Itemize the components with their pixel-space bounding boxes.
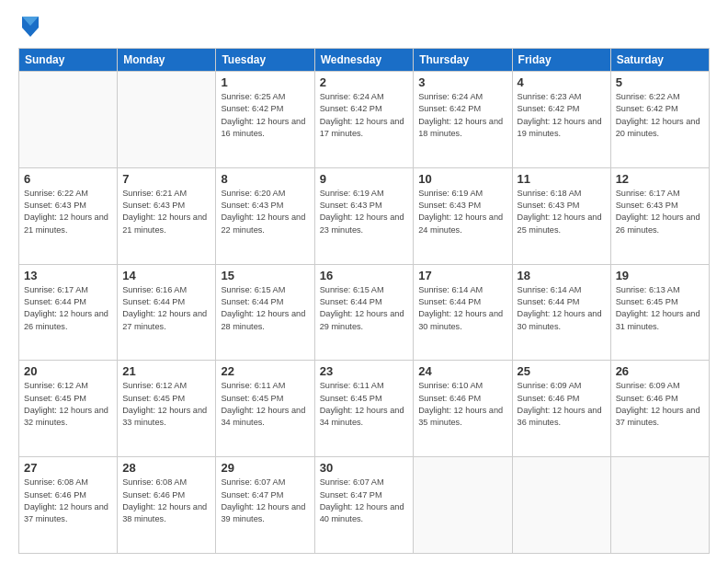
day-number: 4 xyxy=(518,75,606,89)
day-number: 13 xyxy=(24,269,112,282)
day-number: 19 xyxy=(616,269,704,282)
weekday-header-friday: Friday xyxy=(512,49,610,72)
calendar-week-2: 13Sunrise: 6:17 AM Sunset: 6:44 PM Dayli… xyxy=(19,264,710,361)
calendar-cell: 14Sunrise: 6:16 AM Sunset: 6:44 PM Dayli… xyxy=(118,264,216,361)
header xyxy=(18,17,710,39)
calendar-cell: 6Sunrise: 6:22 AM Sunset: 6:43 PM Daylig… xyxy=(19,167,118,264)
day-info: Sunrise: 6:19 AM Sunset: 6:43 PM Dayligh… xyxy=(320,188,409,236)
calendar-cell: 11Sunrise: 6:18 AM Sunset: 6:43 PM Dayli… xyxy=(512,167,610,264)
calendar-cell: 10Sunrise: 6:19 AM Sunset: 6:43 PM Dayli… xyxy=(414,167,512,264)
day-number: 23 xyxy=(320,364,409,378)
calendar-cell xyxy=(118,72,216,168)
calendar-cell: 23Sunrise: 6:11 AM Sunset: 6:45 PM Dayli… xyxy=(314,361,414,457)
day-number: 30 xyxy=(320,461,409,475)
day-info: Sunrise: 6:15 AM Sunset: 6:44 PM Dayligh… xyxy=(320,284,409,333)
calendar-cell: 25Sunrise: 6:09 AM Sunset: 6:46 PM Dayli… xyxy=(512,361,610,457)
day-number: 29 xyxy=(221,461,309,475)
calendar-cell: 28Sunrise: 6:08 AM Sunset: 6:46 PM Dayli… xyxy=(118,457,216,554)
day-info: Sunrise: 6:18 AM Sunset: 6:43 PM Dayligh… xyxy=(518,188,606,236)
calendar-cell: 12Sunrise: 6:17 AM Sunset: 6:43 PM Dayli… xyxy=(610,167,709,264)
day-number: 28 xyxy=(122,461,210,475)
day-info: Sunrise: 6:17 AM Sunset: 6:44 PM Dayligh… xyxy=(24,284,112,333)
calendar-cell: 27Sunrise: 6:08 AM Sunset: 6:46 PM Dayli… xyxy=(19,457,118,554)
calendar-cell: 7Sunrise: 6:21 AM Sunset: 6:43 PM Daylig… xyxy=(118,167,216,264)
calendar-header-row: SundayMondayTuesdayWednesdayThursdayFrid… xyxy=(19,49,710,72)
day-info: Sunrise: 6:07 AM Sunset: 6:47 PM Dayligh… xyxy=(320,477,409,525)
day-number: 8 xyxy=(221,172,309,186)
day-info: Sunrise: 6:08 AM Sunset: 6:46 PM Dayligh… xyxy=(24,477,112,525)
calendar-cell: 2Sunrise: 6:24 AM Sunset: 6:42 PM Daylig… xyxy=(314,72,414,168)
day-info: Sunrise: 6:09 AM Sunset: 6:46 PM Dayligh… xyxy=(518,380,606,429)
day-info: Sunrise: 6:11 AM Sunset: 6:45 PM Dayligh… xyxy=(221,380,309,429)
day-number: 22 xyxy=(221,364,309,378)
day-number: 24 xyxy=(418,364,506,378)
calendar-week-1: 6Sunrise: 6:22 AM Sunset: 6:43 PM Daylig… xyxy=(19,167,710,264)
calendar-cell: 16Sunrise: 6:15 AM Sunset: 6:44 PM Dayli… xyxy=(314,264,414,361)
calendar-cell xyxy=(610,457,709,554)
calendar-cell: 4Sunrise: 6:23 AM Sunset: 6:42 PM Daylig… xyxy=(512,72,610,168)
weekday-header-thursday: Thursday xyxy=(414,49,512,72)
day-info: Sunrise: 6:17 AM Sunset: 6:43 PM Dayligh… xyxy=(616,188,704,236)
day-info: Sunrise: 6:19 AM Sunset: 6:43 PM Dayligh… xyxy=(418,188,506,236)
day-number: 26 xyxy=(616,364,704,378)
calendar-cell xyxy=(19,72,118,168)
calendar-week-4: 27Sunrise: 6:08 AM Sunset: 6:46 PM Dayli… xyxy=(19,457,710,554)
weekday-header-monday: Monday xyxy=(118,49,216,72)
day-info: Sunrise: 6:22 AM Sunset: 6:43 PM Dayligh… xyxy=(24,188,112,236)
day-info: Sunrise: 6:07 AM Sunset: 6:47 PM Dayligh… xyxy=(221,477,309,525)
calendar-cell: 29Sunrise: 6:07 AM Sunset: 6:47 PM Dayli… xyxy=(216,457,314,554)
day-number: 16 xyxy=(320,269,409,282)
day-number: 14 xyxy=(122,269,210,282)
calendar-cell: 30Sunrise: 6:07 AM Sunset: 6:47 PM Dayli… xyxy=(314,457,414,554)
day-number: 2 xyxy=(320,75,409,89)
day-number: 18 xyxy=(518,269,606,282)
day-info: Sunrise: 6:23 AM Sunset: 6:42 PM Dayligh… xyxy=(518,91,606,140)
day-info: Sunrise: 6:11 AM Sunset: 6:45 PM Dayligh… xyxy=(320,380,409,429)
day-info: Sunrise: 6:16 AM Sunset: 6:44 PM Dayligh… xyxy=(122,284,210,333)
day-number: 10 xyxy=(418,172,506,186)
day-number: 25 xyxy=(518,364,606,378)
day-info: Sunrise: 6:10 AM Sunset: 6:46 PM Dayligh… xyxy=(418,380,506,429)
calendar: SundayMondayTuesdayWednesdayThursdayFrid… xyxy=(18,48,710,554)
day-number: 12 xyxy=(616,172,704,186)
day-number: 27 xyxy=(24,461,112,475)
day-number: 6 xyxy=(24,172,112,186)
day-info: Sunrise: 6:25 AM Sunset: 6:42 PM Dayligh… xyxy=(221,91,309,140)
day-info: Sunrise: 6:24 AM Sunset: 6:42 PM Dayligh… xyxy=(418,91,506,140)
calendar-cell: 26Sunrise: 6:09 AM Sunset: 6:46 PM Dayli… xyxy=(610,361,709,457)
day-info: Sunrise: 6:12 AM Sunset: 6:45 PM Dayligh… xyxy=(122,380,210,429)
day-info: Sunrise: 6:21 AM Sunset: 6:43 PM Dayligh… xyxy=(122,188,210,236)
day-info: Sunrise: 6:22 AM Sunset: 6:42 PM Dayligh… xyxy=(616,91,704,140)
calendar-cell: 1Sunrise: 6:25 AM Sunset: 6:42 PM Daylig… xyxy=(216,72,314,168)
calendar-cell: 15Sunrise: 6:15 AM Sunset: 6:44 PM Dayli… xyxy=(216,264,314,361)
day-number: 5 xyxy=(616,75,704,89)
day-number: 3 xyxy=(418,75,506,89)
page: SundayMondayTuesdayWednesdayThursdayFrid… xyxy=(0,0,728,563)
day-info: Sunrise: 6:20 AM Sunset: 6:43 PM Dayligh… xyxy=(221,188,309,236)
logo-icon xyxy=(20,13,40,39)
calendar-cell xyxy=(512,457,610,554)
weekday-header-saturday: Saturday xyxy=(610,49,709,72)
calendar-cell: 21Sunrise: 6:12 AM Sunset: 6:45 PM Dayli… xyxy=(118,361,216,457)
calendar-cell xyxy=(414,457,512,554)
weekday-header-sunday: Sunday xyxy=(19,49,118,72)
weekday-header-wednesday: Wednesday xyxy=(314,49,414,72)
day-number: 15 xyxy=(221,269,309,282)
calendar-cell: 13Sunrise: 6:17 AM Sunset: 6:44 PM Dayli… xyxy=(19,264,118,361)
day-number: 17 xyxy=(418,269,506,282)
calendar-cell: 17Sunrise: 6:14 AM Sunset: 6:44 PM Dayli… xyxy=(414,264,512,361)
day-info: Sunrise: 6:14 AM Sunset: 6:44 PM Dayligh… xyxy=(418,284,506,333)
calendar-cell: 8Sunrise: 6:20 AM Sunset: 6:43 PM Daylig… xyxy=(216,167,314,264)
calendar-cell: 19Sunrise: 6:13 AM Sunset: 6:45 PM Dayli… xyxy=(610,264,709,361)
calendar-cell: 22Sunrise: 6:11 AM Sunset: 6:45 PM Dayli… xyxy=(216,361,314,457)
calendar-cell: 18Sunrise: 6:14 AM Sunset: 6:44 PM Dayli… xyxy=(512,264,610,361)
logo xyxy=(18,17,40,39)
day-number: 11 xyxy=(518,172,606,186)
day-number: 21 xyxy=(122,364,210,378)
calendar-cell: 20Sunrise: 6:12 AM Sunset: 6:45 PM Dayli… xyxy=(19,361,118,457)
calendar-week-3: 20Sunrise: 6:12 AM Sunset: 6:45 PM Dayli… xyxy=(19,361,710,457)
day-number: 20 xyxy=(24,364,112,378)
day-info: Sunrise: 6:13 AM Sunset: 6:45 PM Dayligh… xyxy=(616,284,704,333)
calendar-week-0: 1Sunrise: 6:25 AM Sunset: 6:42 PM Daylig… xyxy=(19,72,710,168)
day-info: Sunrise: 6:12 AM Sunset: 6:45 PM Dayligh… xyxy=(24,380,112,429)
